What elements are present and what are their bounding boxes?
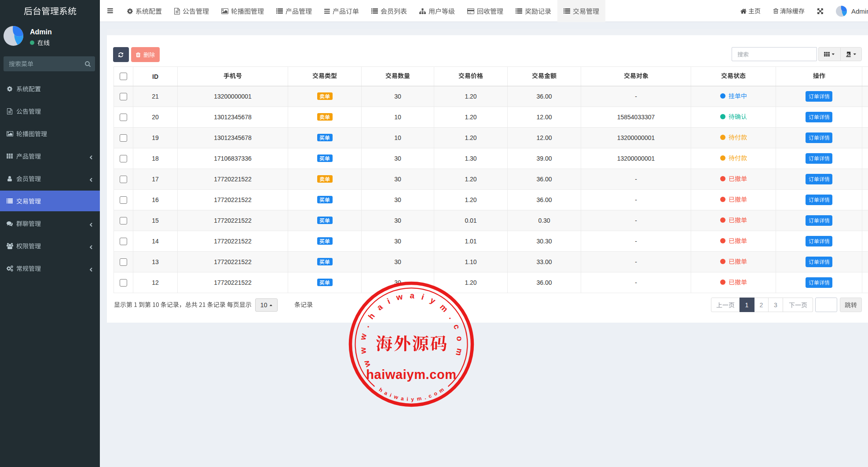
- svg-text:haiwaiym.com: haiwaiym.com: [366, 368, 456, 382]
